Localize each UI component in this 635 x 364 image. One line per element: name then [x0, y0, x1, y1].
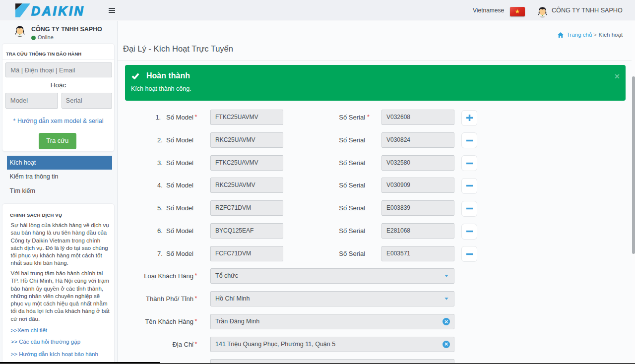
- svg-text:DAIKIN: DAIKIN: [31, 4, 85, 18]
